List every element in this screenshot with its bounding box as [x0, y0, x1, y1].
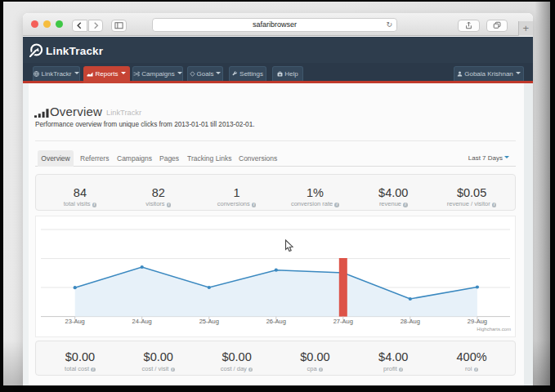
svg-text:24-Aug: 24-Aug [132, 318, 152, 325]
svg-text:28-Aug: 28-Aug [401, 318, 420, 325]
svg-text:29-Aug: 29-Aug [468, 318, 487, 325]
svg-text:Highcharts.com: Highcharts.com [477, 327, 511, 332]
svg-text:27-Aug: 27-Aug [333, 318, 353, 325]
svg-text:26-Aug: 26-Aug [266, 318, 286, 325]
svg-text:23-Aug: 23-Aug [65, 318, 85, 325]
svg-text:25-Aug: 25-Aug [199, 318, 219, 325]
